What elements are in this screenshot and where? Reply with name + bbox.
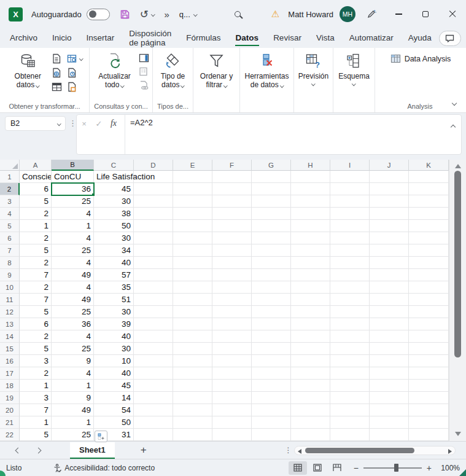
cell-D9[interactable] — [134, 269, 173, 281]
cell-C20[interactable]: 54 — [94, 404, 134, 416]
cell-E12[interactable] — [173, 306, 212, 318]
cell-B16[interactable]: 9 — [52, 355, 94, 367]
cell-K18[interactable] — [409, 380, 449, 392]
column-header-K[interactable]: K — [409, 160, 449, 171]
cell-H18[interactable] — [291, 380, 330, 392]
cell-K2[interactable] — [409, 183, 449, 195]
cell-A6[interactable]: 2 — [20, 232, 52, 244]
more-commands-button[interactable]: » — [164, 9, 169, 20]
cell-C11[interactable]: 51 — [94, 294, 134, 306]
cell-B19[interactable]: 9 — [52, 392, 94, 404]
cell-E16[interactable] — [173, 355, 212, 367]
row-header-19[interactable]: 19 — [0, 392, 20, 404]
maximize-button[interactable] — [412, 4, 439, 24]
cell-K12[interactable] — [409, 306, 449, 318]
zoom-in-button[interactable]: + — [427, 463, 432, 473]
scroll-left-icon[interactable] — [298, 449, 301, 454]
cell-B1[interactable]: ConCU — [52, 171, 94, 183]
row-header-9[interactable]: 9 — [0, 269, 20, 281]
cell-E21[interactable] — [173, 416, 212, 429]
zoom-slider-thumb[interactable] — [394, 464, 398, 472]
close-button[interactable] — [439, 4, 466, 24]
cell-F13[interactable] — [212, 318, 252, 330]
cell-J13[interactable] — [370, 318, 409, 330]
cell-H19[interactable] — [291, 392, 330, 404]
ink-pen-button[interactable] — [367, 9, 376, 19]
tab-vista[interactable]: Vista — [309, 28, 342, 48]
cell-B22[interactable]: 25 — [52, 429, 94, 441]
vertical-scrollbar[interactable] — [449, 160, 466, 441]
cell-D15[interactable] — [134, 343, 173, 355]
cell-A12[interactable]: 5 — [20, 306, 52, 318]
cell-G18[interactable] — [252, 380, 291, 392]
cell-G5[interactable] — [252, 220, 291, 232]
cell-K16[interactable] — [409, 355, 449, 367]
cell-I4[interactable] — [330, 208, 370, 220]
cell-J6[interactable] — [370, 232, 409, 244]
tab-inicio[interactable]: Inicio — [45, 28, 79, 48]
cell-K3[interactable] — [409, 195, 449, 208]
cell-E18[interactable] — [173, 380, 212, 392]
row-header-14[interactable]: 14 — [0, 330, 20, 343]
sheetbar-drag-handle[interactable]: ⋮ — [285, 446, 292, 455]
cell-B10[interactable]: 4 — [52, 281, 94, 294]
zoom-slider[interactable] — [363, 464, 422, 472]
column-header-B[interactable]: B — [52, 160, 94, 171]
cell-J12[interactable] — [370, 306, 409, 318]
scroll-down-icon[interactable] — [455, 432, 461, 436]
cell-G15[interactable] — [252, 343, 291, 355]
row-header-18[interactable]: 18 — [0, 380, 20, 392]
cell-F17[interactable] — [212, 367, 252, 380]
horizontal-scrollbar-thumb[interactable] — [305, 448, 414, 453]
cell-D12[interactable] — [134, 306, 173, 318]
column-header-F[interactable]: F — [212, 160, 252, 171]
tab-f-rmulas[interactable]: Fórmulas — [179, 28, 228, 48]
cell-D21[interactable] — [134, 416, 173, 429]
cell-F16[interactable] — [212, 355, 252, 367]
minimize-button[interactable] — [385, 4, 412, 24]
cell-J10[interactable] — [370, 281, 409, 294]
cell-C18[interactable]: 45 — [94, 380, 134, 392]
cell-A18[interactable]: 1 — [20, 380, 52, 392]
cell-J9[interactable] — [370, 269, 409, 281]
cell-K20[interactable] — [409, 404, 449, 416]
cell-E4[interactable] — [173, 208, 212, 220]
collapse-ribbon-button[interactable] — [452, 96, 456, 107]
cell-J7[interactable] — [370, 244, 409, 257]
cell-D7[interactable] — [134, 244, 173, 257]
row-header-22[interactable]: 22 — [0, 429, 20, 441]
row-header-16[interactable]: 16 — [0, 355, 20, 367]
existing-connections-button[interactable] — [67, 82, 83, 92]
cell-G16[interactable] — [252, 355, 291, 367]
cell-A19[interactable]: 3 — [20, 392, 52, 404]
cell-E7[interactable] — [173, 244, 212, 257]
select-all-button[interactable] — [0, 160, 20, 171]
cell-D14[interactable] — [134, 330, 173, 343]
cell-E15[interactable] — [173, 343, 212, 355]
row-header-11[interactable]: 11 — [0, 294, 20, 306]
cell-D3[interactable] — [134, 195, 173, 208]
cell-H2[interactable] — [291, 183, 330, 195]
cell-F21[interactable] — [212, 416, 252, 429]
cell-A9[interactable]: 7 — [20, 269, 52, 281]
cell-J11[interactable] — [370, 294, 409, 306]
cell-B20[interactable]: 49 — [52, 404, 94, 416]
cell-H11[interactable] — [291, 294, 330, 306]
cell-B15[interactable]: 25 — [52, 343, 94, 355]
cell-A13[interactable]: 6 — [20, 318, 52, 330]
cell-J19[interactable] — [370, 392, 409, 404]
autosave-toggle[interactable] — [87, 9, 110, 20]
cell-I6[interactable] — [330, 232, 370, 244]
cell-F8[interactable] — [212, 257, 252, 269]
forecast-button[interactable]: ? Previsión — [297, 52, 331, 85]
cell-A10[interactable]: 2 — [20, 281, 52, 294]
row-header-4[interactable]: 4 — [0, 208, 20, 220]
cell-K21[interactable] — [409, 416, 449, 429]
cell-H8[interactable] — [291, 257, 330, 269]
cell-F9[interactable] — [212, 269, 252, 281]
column-header-I[interactable]: I — [330, 160, 370, 171]
cell-I2[interactable] — [330, 183, 370, 195]
cell-D4[interactable] — [134, 208, 173, 220]
cell-C4[interactable]: 38 — [94, 208, 134, 220]
column-header-H[interactable]: H — [291, 160, 330, 171]
